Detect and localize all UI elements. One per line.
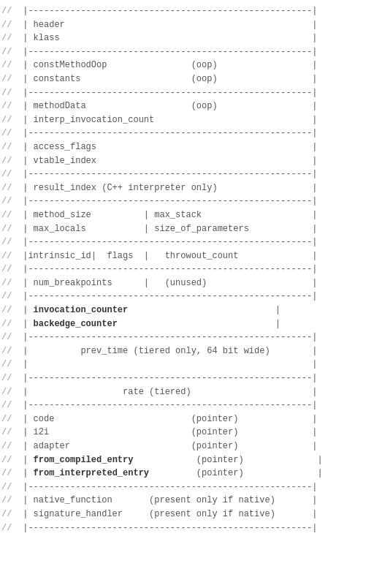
comment-prefix: // [1,45,18,59]
comment-prefix: // [1,480,18,494]
line-content: | signature_handler (present only if nat… [18,508,373,521]
line-content: |---------------------------------------… [18,372,373,385]
comment-prefix: // [1,222,18,236]
code-line: // | method_size | max_stack | [0,208,374,222]
line-content: |---------------------------------------… [18,45,373,59]
comment-prefix: // [1,99,18,113]
line-content: |---------------------------------------… [18,399,373,412]
code-line: // | result_index (C++ interpreter only)… [0,181,374,195]
comment-prefix: // [1,372,18,385]
code-line: // | from_compiled_entry (pointer) | [0,453,374,467]
line-content: |---------------------------------------… [18,521,373,535]
code-line: // | native_function (present only if na… [0,494,374,508]
code-line: // |------------------------------------… [0,167,374,181]
comment-prefix: // [1,127,18,140]
code-line: // | adapter (pointer) | [0,440,374,453]
line-content: | code (pointer) | [18,412,373,426]
code-line: // |------------------------------------… [0,127,374,140]
code-line: // |------------------------------------… [0,86,374,100]
line-content: |---------------------------------------… [18,290,373,304]
code-line: // | methodData (oop) | [0,99,374,113]
line-content: | interp_invocation_count | [18,113,373,127]
comment-prefix: // [1,399,18,412]
code-line: // |------------------------------------… [0,45,374,59]
comment-prefix: // [1,453,18,467]
bold-identifier: from_compiled_entry [34,455,134,465]
code-line: // | | [0,358,374,372]
line-content: | rate (tiered) | [18,385,373,399]
code-line: // |------------------------------------… [0,372,374,385]
comment-prefix: // [1,195,18,208]
line-content: |---------------------------------------… [18,195,373,208]
code-line: // |------------------------------------… [0,235,374,249]
code-line: // | constMethodOop (oop) | [0,59,374,72]
code-line: // | interp_invocation_count | [0,113,374,127]
comment-prefix: // [1,31,18,45]
comment-prefix: // [1,208,18,222]
line-content: | constants (oop) | [18,72,373,86]
line-content: | adapter (pointer) | [18,440,373,453]
line-content: | from_compiled_entry (pointer) | [18,453,373,467]
code-line: // | from_interpreted_entry (pointer) | [0,467,374,480]
line-content: | method_size | max_stack | [18,208,373,222]
line-content: | native_function (present only if nativ… [18,494,373,508]
code-line: // | code (pointer) | [0,412,374,426]
line-content: | prev_time (tiered only, 64 bit wide) | [18,344,373,358]
comment-prefix: // [1,18,18,32]
line-content: |---------------------------------------… [18,167,373,181]
line-content: | num_breakpoints | (unused) | [18,276,373,290]
line-content: |---------------------------------------… [18,127,373,140]
line-content: |---------------------------------------… [18,480,373,494]
line-content: | result_index (C++ interpreter only) | [18,181,373,195]
line-content: | klass | [18,31,373,45]
line-content: |---------------------------------------… [18,4,373,18]
comment-prefix: // [1,235,18,249]
code-line: // |------------------------------------… [0,399,374,412]
code-line: // | signature_handler (present only if … [0,508,374,521]
code-line: // | prev_time (tiered only, 64 bit wide… [0,344,374,358]
comment-prefix: // [1,426,18,440]
code-line: // | backedge_counter | [0,317,374,331]
comment-prefix: // [1,440,18,453]
comment-prefix: // [1,167,18,181]
code-line: // |------------------------------------… [0,263,374,276]
line-content: | | [18,358,373,372]
code-line: // | access_flags | [0,140,374,154]
comment-prefix: // [1,467,18,480]
comment-prefix: // [1,154,18,168]
code-line: // | i2i (pointer) | [0,426,374,440]
line-content: | header | [18,18,373,32]
code-line: // | klass | [0,31,374,45]
comment-prefix: // [1,331,18,344]
code-line: // | header | [0,18,374,32]
comment-prefix: // [1,358,18,372]
comment-prefix: // [1,72,18,86]
code-line: // | vtable_index | [0,154,374,168]
comment-prefix: // [1,59,18,72]
comment-prefix: // [1,304,18,317]
line-content: | i2i (pointer) | [18,426,373,440]
code-line: // | num_breakpoints | (unused) | [0,276,374,290]
comment-prefix: // [1,290,18,304]
line-content: | methodData (oop) | [18,99,373,113]
comment-prefix: // [1,263,18,276]
line-content: | from_interpreted_entry (pointer) | [18,467,373,480]
comment-prefix: // [1,86,18,100]
code-line: // |------------------------------------… [0,4,374,18]
code-line: // | max_locals | size_of_parameters | [0,222,374,236]
line-content: | max_locals | size_of_parameters | [18,222,373,236]
comment-prefix: // [1,508,18,521]
line-content: | constMethodOop (oop) | [18,59,373,72]
comment-prefix: // [1,385,18,399]
code-line: // |intrinsic_id| flags | throwout_count… [0,249,374,263]
bold-identifier: invocation_counter [34,305,129,315]
code-line: // |------------------------------------… [0,331,374,344]
line-content: | access_flags | [18,140,373,154]
line-content: |---------------------------------------… [18,331,373,344]
comment-prefix: // [1,412,18,426]
code-line: // |------------------------------------… [0,195,374,208]
code-line: // |------------------------------------… [0,521,374,535]
comment-prefix: // [1,521,18,535]
code-line: // | rate (tiered) | [0,385,374,399]
line-content: |---------------------------------------… [18,263,373,276]
